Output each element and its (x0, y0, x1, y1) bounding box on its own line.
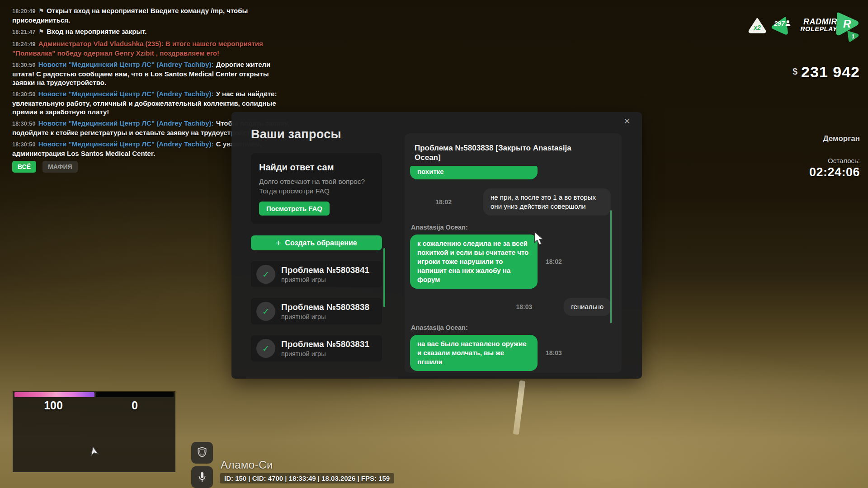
chat-sender: Новости "Медицинский Центр ЛС" (Andrey T… (38, 61, 214, 68)
view-faq-button[interactable]: Посмотреть FAQ (259, 202, 330, 216)
microphone-button[interactable] (191, 466, 213, 488)
message-bubble-user: не при, а после это 1 а во вторых они ун… (483, 188, 611, 216)
message-text: не при, а после это 1 а во вторых они ун… (491, 193, 596, 210)
chat-timestamp: 18:24:49 (12, 41, 36, 47)
ticket-title: Проблема №5803838 (281, 302, 369, 312)
message-time: 18:03 (516, 303, 533, 310)
chat-sender: Новости "Медицинский Центр ЛС" (Andrey T… (38, 140, 214, 148)
chat-text: Открыт вход на мероприятие! Введите кома… (12, 7, 248, 24)
zone-name: Аламо-Си (221, 459, 273, 471)
message-time: 18:02 (546, 258, 562, 265)
microphone-icon (197, 471, 208, 483)
mouse-cursor (533, 231, 546, 248)
chat-message: 18:30:50Новости "Медицинский Центр ЛС" (… (12, 60, 290, 87)
check-icon: ✓ (262, 306, 269, 317)
chat-timestamp: 18:30:50 (12, 121, 36, 127)
message-text: к сожалению следила не за всей похиткой … (417, 239, 528, 283)
faq-card: Найди ответ сам Долго отвечают на твой в… (251, 153, 382, 224)
ticket-chat-title: Проблема №5803838 [Закрыто Anastasija Oc… (405, 133, 622, 162)
brand-letter: R (843, 18, 851, 30)
ticket-list-scrollbar[interactable] (383, 248, 385, 307)
agent-name-label: Anastasija Ocean: (411, 324, 611, 331)
message-time: 18:02 (435, 198, 452, 206)
chat-message: 18:21:47⚑Вход на мероприятие закрыт. (12, 27, 290, 37)
x2-label: x2 (753, 24, 761, 31)
jail-timer: Деморган Осталось: 02:24:06 (742, 134, 860, 179)
world-pole (513, 380, 526, 435)
flag-icon: ⚑ (38, 28, 44, 35)
message-text: гениально (571, 303, 604, 310)
chat-timestamp: 18:20:49 (12, 8, 36, 14)
chat-sender: Новости "Медицинский Центр ЛС" (Andrey T… (38, 119, 214, 127)
agent-name-label: Anastasija Ocean: (411, 224, 611, 231)
message-bubble-agent-partial: похитке (410, 166, 538, 179)
player-info-line: ID: 150 | CID: 4700 | 18:33:49 | 18.03.2… (220, 473, 394, 483)
chat-timestamp: 18:30:50 (12, 141, 36, 148)
chat-filter-all[interactable]: ВСЁ (12, 161, 36, 173)
shield-button[interactable] (191, 442, 213, 464)
message-bubble-agent: к сожалению следила не за всей похиткой … (410, 235, 538, 289)
armor-bar (96, 392, 174, 397)
message-bubble-agent: на вас было наставлено оружие и сказали … (410, 335, 538, 371)
jail-location: Деморган (742, 134, 860, 143)
check-icon: ✓ (262, 269, 269, 280)
ticket-chat-panel: Проблема №5803838 [Закрыто Anastasija Oc… (405, 133, 622, 373)
create-ticket-label: Создать обращение (285, 239, 357, 247)
brand-name: RADMIR ROLEPLAY (792, 18, 837, 33)
chat-filter-mafia[interactable]: МАФИЯ (42, 161, 78, 173)
faq-title: Найди ответ сам (259, 162, 374, 173)
ticket-chat-scrollbar[interactable] (610, 210, 612, 323)
jail-remaining-label: Осталось: (742, 157, 860, 164)
health-value: 100 (13, 399, 94, 412)
ticket-item-5803838[interactable]: ✓ Проблема №5803838 приятной игры (251, 298, 382, 324)
message-row-user: 18:03 гениально (410, 298, 611, 316)
online-count: 297 (774, 20, 785, 27)
brand-line2: ROLEPLAY (792, 25, 837, 33)
ticket-subtitle: приятной игры (281, 313, 369, 320)
dialog-left-column: Ваши запросы Найди ответ сам Долго отвеч… (251, 127, 382, 361)
jail-remaining-time: 02:24:06 (742, 165, 860, 179)
plus-icon: + (276, 238, 281, 248)
ticket-chat-messages: похитке 18:02 не при, а после это 1 а во… (405, 162, 622, 371)
stats-panel: 100 0 (13, 391, 175, 472)
message-text: похитке (417, 168, 444, 175)
message-row-agent: к сожалению следила не за всей похиткой … (410, 235, 611, 289)
faq-text-line1: Долго отвечают на твой вопрос? (259, 177, 374, 186)
chat-timestamp: 18:30:50 (12, 62, 36, 68)
chat-message: 18:24:49Администратор Vlad Vladushka (23… (12, 39, 290, 57)
brand-logo: R 1 (831, 10, 863, 46)
create-ticket-button[interactable]: + Создать обращение (251, 235, 382, 250)
level-value: 1 (852, 33, 855, 40)
message-row-user: 18:02 не при, а после это 1 а во вторых … (410, 188, 611, 216)
flag-icon: ⚑ (38, 7, 44, 14)
dialog-title: Ваши запросы (251, 127, 382, 141)
online-players-badge: 297 (769, 14, 795, 40)
ticket-item-5803841[interactable]: ✓ Проблема №5803841 приятной игры (251, 261, 382, 287)
game-scene: 18:20:49⚑Открыт вход на мероприятие! Вве… (0, 0, 868, 488)
chat-timestamp: 18:21:47 (12, 29, 36, 35)
x2-multiplier-badge: x2 (747, 16, 768, 37)
message-bubble-user: гениально (564, 298, 611, 316)
brand-line1: RADMIR (792, 18, 837, 25)
message-text: на вас было наставлено оружие и сказали … (417, 340, 527, 366)
chat-timestamp: 18:30:50 (12, 91, 36, 98)
faq-text-line2: Тогда просмотри FAQ (259, 186, 374, 196)
panel-cursor-marker (87, 445, 100, 459)
message-time: 18:03 (546, 349, 562, 357)
armor-value: 0 (94, 399, 175, 412)
ticket-title: Проблема №5803841 (281, 265, 369, 275)
chat-text-admin: Администратор Vlad Vladushka (235): В ит… (12, 40, 263, 57)
money-amount: 231 942 (801, 63, 860, 80)
ticket-item-5803831[interactable]: ✓ Проблема №5803831 приятной игры (251, 335, 382, 361)
message-row-agent: на вас было наставлено оружие и сказали … (410, 335, 611, 371)
ticket-avatar: ✓ (256, 339, 275, 358)
check-icon: ✓ (262, 343, 269, 354)
chat-text: Вход на мероприятие закрыт. (47, 28, 146, 35)
health-bar (14, 392, 94, 397)
ticket-avatar: ✓ (256, 302, 275, 321)
ticket-subtitle: приятной игры (281, 350, 369, 357)
chat-message: 18:20:49⚑Открыт вход на мероприятие! Вве… (12, 6, 290, 24)
ticket-avatar: ✓ (256, 265, 275, 284)
ticket-subtitle: приятной игры (281, 276, 369, 283)
close-icon[interactable]: × (624, 116, 630, 127)
